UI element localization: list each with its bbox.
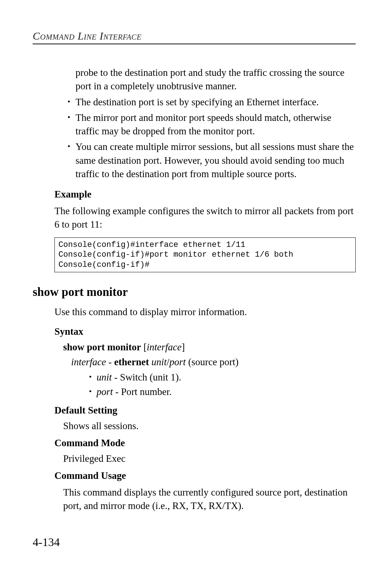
unit-ital: unit — [97, 372, 112, 383]
syntax-block: show port monitor [interface] interface … — [63, 342, 356, 399]
port-ital: port — [97, 386, 113, 397]
interface-port: port — [170, 357, 186, 367]
interface-slash: / — [167, 357, 170, 367]
syntax-heading: Syntax — [54, 326, 356, 337]
interface-ethernet: ethernet — [114, 357, 149, 367]
usage-heading: Command Usage — [54, 470, 356, 481]
list-item: port - Port number. — [88, 385, 356, 399]
page-number: 4-134 — [33, 536, 60, 549]
usage-text: This command displays the currently conf… — [63, 486, 356, 513]
syntax-bracket-open: [ — [143, 342, 147, 353]
list-item: The mirror port and monitor port speeds … — [65, 111, 356, 138]
page: Command Line Interface probe to the dest… — [0, 0, 392, 570]
list-item: The destination port is set by specifyin… — [65, 95, 356, 109]
syntax-bracket-close: ] — [181, 342, 185, 353]
interface-unit: unit — [151, 357, 167, 367]
running-header: Command Line Interface — [33, 30, 356, 42]
mode-text: Privileged Exec — [63, 453, 356, 464]
section-desc: Use this command to display mirror infor… — [54, 305, 356, 319]
list-item: You can create multiple mirror sessions,… — [65, 140, 356, 181]
default-text: Shows all sessions. — [63, 420, 356, 432]
inner-bullet-list: unit - Switch (unit 1). port - Port numb… — [88, 371, 356, 399]
list-item: probe to the destination port and study … — [65, 66, 356, 93]
list-item: unit - Switch (unit 1). — [88, 371, 356, 384]
interface-paren: (source port) — [186, 357, 238, 367]
example-heading: Example — [54, 189, 356, 200]
default-heading: Default Setting — [54, 405, 356, 416]
unit-rest: - Switch (unit 1). — [112, 372, 181, 383]
interface-dash: - — [106, 357, 114, 367]
section-title: show port monitor — [33, 285, 356, 299]
header-rule — [33, 44, 356, 44]
interface-word: interface — [71, 357, 106, 367]
example-intro: The following example configures the swi… — [54, 204, 356, 232]
mode-heading: Command Mode — [54, 437, 356, 449]
port-rest: - Port number. — [113, 386, 172, 397]
code-block: Console(config)#interface ethernet 1/11 … — [54, 237, 356, 273]
syntax-cmd: show port monitor — [63, 342, 141, 353]
top-body: probe to the destination port and study … — [65, 66, 356, 181]
interface-line: interface - ethernet unit/port (source p… — [71, 357, 356, 368]
section-body: Use this command to display mirror infor… — [54, 305, 356, 513]
syntax-line: show port monitor [interface] — [63, 342, 356, 353]
top-bullet-list: probe to the destination port and study … — [65, 66, 356, 181]
list-item-text: probe to the destination port and study … — [75, 67, 344, 91]
syntax-arg: interface — [147, 342, 181, 353]
